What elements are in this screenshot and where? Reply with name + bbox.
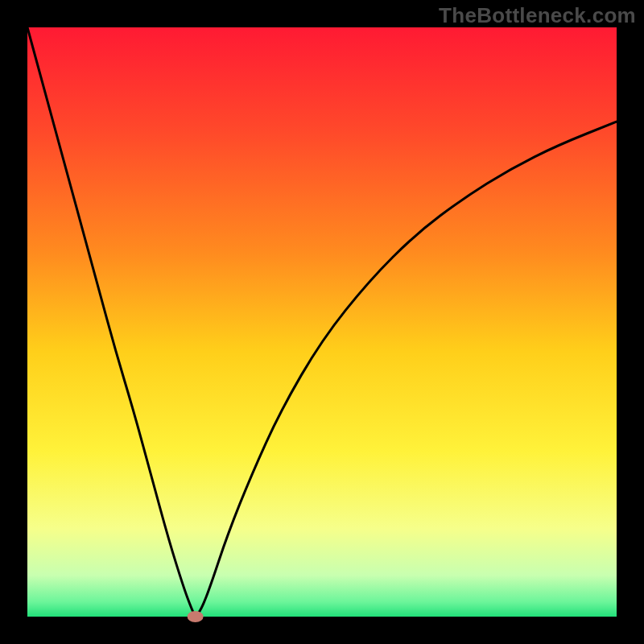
bottleneck-chart [0, 0, 644, 644]
optimum-marker [188, 611, 204, 622]
chart-frame: TheBottleneck.com [0, 0, 644, 644]
plot-background [27, 27, 617, 617]
